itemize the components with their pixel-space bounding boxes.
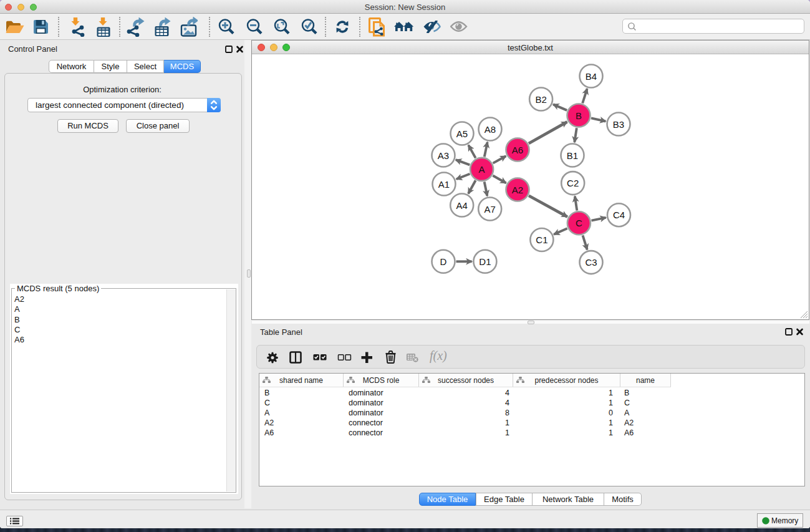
- svg-text:A6: A6: [512, 145, 523, 155]
- svg-text:B2: B2: [535, 94, 546, 105]
- svg-text:D: D: [440, 256, 447, 267]
- svg-text:A2: A2: [512, 185, 523, 195]
- svg-text:B: B: [576, 110, 582, 121]
- svg-text:A4: A4: [456, 200, 468, 211]
- svg-text:A7: A7: [485, 204, 496, 215]
- svg-text:C2: C2: [567, 178, 579, 188]
- svg-text:A3: A3: [438, 150, 449, 161]
- svg-text:C: C: [576, 218, 582, 228]
- svg-text:C3: C3: [585, 257, 597, 268]
- svg-text:C4: C4: [613, 210, 625, 220]
- svg-text:A8: A8: [485, 124, 496, 135]
- svg-text:A1: A1: [438, 179, 450, 190]
- svg-text:D1: D1: [479, 256, 491, 267]
- svg-text:B3: B3: [613, 119, 624, 130]
- svg-text:B1: B1: [567, 150, 578, 161]
- svg-text:C1: C1: [536, 235, 547, 245]
- svg-text:B4: B4: [586, 71, 597, 82]
- svg-text:A5: A5: [456, 128, 468, 139]
- svg-text:A: A: [479, 164, 485, 175]
